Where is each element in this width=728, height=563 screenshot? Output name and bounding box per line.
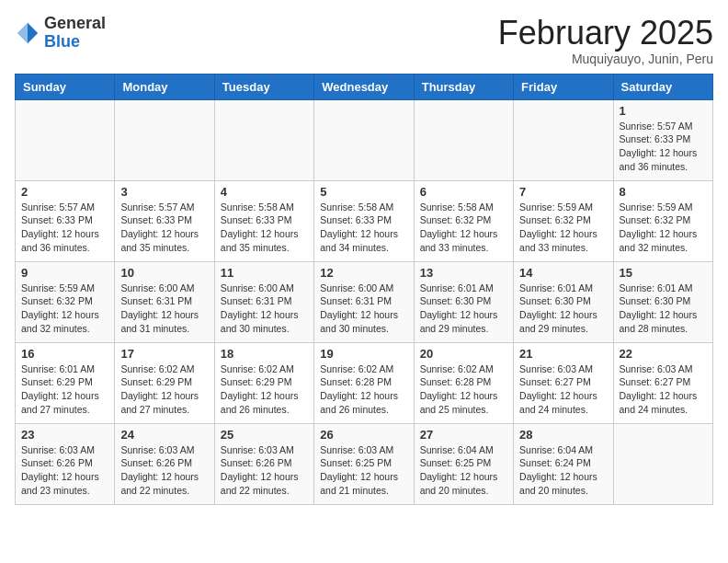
day-number: 7	[519, 185, 607, 199]
day-info: Sunrise: 5:58 AMSunset: 6:33 PMDaylight:…	[320, 201, 407, 255]
weekday-header-thursday: Thursday	[414, 74, 513, 99]
day-info: Sunrise: 6:02 AMSunset: 6:28 PMDaylight:…	[320, 362, 407, 417]
title-block: February 2025 Muquiyauyo, Junin, Peru	[498, 15, 713, 66]
day-info: Sunrise: 6:00 AMSunset: 6:31 PMDaylight:…	[120, 282, 208, 336]
week-row-2: 2Sunrise: 5:57 AMSunset: 6:33 PMDaylight…	[16, 180, 713, 261]
weekday-header-tuesday: Tuesday	[214, 74, 313, 99]
day-number: 21	[519, 347, 607, 361]
day-number: 5	[320, 185, 407, 199]
day-info: Sunrise: 6:03 AMSunset: 6:25 PMDaylight:…	[320, 443, 407, 498]
logo-icon	[15, 20, 40, 46]
day-info: Sunrise: 6:03 AMSunset: 6:26 PMDaylight:…	[120, 443, 208, 498]
logo: General Blue	[15, 15, 106, 52]
logo-blue-text: Blue	[44, 32, 80, 51]
day-number: 27	[420, 428, 507, 442]
calendar-cell: 5Sunrise: 5:58 AMSunset: 6:33 PMDaylight…	[314, 180, 414, 261]
day-number: 24	[120, 428, 208, 442]
svg-marker-1	[17, 23, 28, 43]
calendar-cell: 25Sunrise: 6:03 AMSunset: 6:26 PMDayligh…	[214, 423, 313, 504]
calendar-cell: 21Sunrise: 6:03 AMSunset: 6:27 PMDayligh…	[514, 342, 613, 423]
calendar-cell: 7Sunrise: 5:59 AMSunset: 6:32 PMDaylight…	[514, 180, 613, 261]
day-info: Sunrise: 6:03 AMSunset: 6:27 PMDaylight:…	[519, 362, 607, 417]
week-row-4: 16Sunrise: 6:01 AMSunset: 6:29 PMDayligh…	[16, 342, 713, 423]
day-info: Sunrise: 6:02 AMSunset: 6:28 PMDaylight:…	[420, 362, 507, 417]
calendar-cell: 26Sunrise: 6:03 AMSunset: 6:25 PMDayligh…	[314, 423, 414, 504]
day-number: 4	[221, 185, 308, 199]
day-number: 25	[221, 428, 308, 442]
calendar-cell: 3Sunrise: 5:57 AMSunset: 6:33 PMDaylight…	[115, 180, 214, 261]
day-number: 11	[221, 266, 308, 280]
day-number: 16	[21, 347, 108, 361]
logo-general-text: General	[44, 14, 106, 32]
day-info: Sunrise: 6:03 AMSunset: 6:27 PMDaylight:…	[620, 362, 707, 417]
day-info: Sunrise: 6:00 AMSunset: 6:31 PMDaylight:…	[320, 282, 407, 336]
calendar-cell: 24Sunrise: 6:03 AMSunset: 6:26 PMDayligh…	[115, 423, 214, 504]
day-info: Sunrise: 6:03 AMSunset: 6:26 PMDaylight:…	[221, 443, 308, 498]
calendar-cell: 4Sunrise: 5:58 AMSunset: 6:33 PMDaylight…	[214, 180, 313, 261]
calendar-cell: 28Sunrise: 6:04 AMSunset: 6:24 PMDayligh…	[514, 423, 613, 504]
calendar-cell: 27Sunrise: 6:04 AMSunset: 6:25 PMDayligh…	[414, 423, 513, 504]
day-number: 23	[21, 428, 108, 442]
day-number: 9	[21, 266, 108, 280]
weekday-header-saturday: Saturday	[613, 74, 712, 99]
day-info: Sunrise: 5:59 AMSunset: 6:32 PMDaylight:…	[21, 282, 108, 336]
day-number: 6	[420, 185, 507, 199]
day-number: 22	[620, 347, 707, 361]
week-row-1: 1Sunrise: 5:57 AMSunset: 6:33 PMDaylight…	[16, 99, 713, 180]
location-subtitle: Muquiyauyo, Junin, Peru	[498, 52, 713, 66]
calendar-cell: 12Sunrise: 6:00 AMSunset: 6:31 PMDayligh…	[314, 261, 414, 342]
calendar-cell: 8Sunrise: 5:59 AMSunset: 6:32 PMDaylight…	[613, 180, 712, 261]
day-number: 3	[120, 185, 208, 199]
calendar-table: SundayMondayTuesdayWednesdayThursdayFrid…	[15, 74, 713, 505]
page-header: General Blue February 2025 Muquiyauyo, J…	[15, 15, 713, 66]
day-info: Sunrise: 5:57 AMSunset: 6:33 PMDaylight:…	[620, 120, 707, 174]
day-number: 14	[519, 266, 607, 280]
calendar-cell: 13Sunrise: 6:01 AMSunset: 6:30 PMDayligh…	[414, 261, 513, 342]
day-info: Sunrise: 6:01 AMSunset: 6:30 PMDaylight:…	[519, 282, 607, 336]
day-info: Sunrise: 5:59 AMSunset: 6:32 PMDaylight:…	[519, 201, 607, 255]
day-info: Sunrise: 6:04 AMSunset: 6:24 PMDaylight:…	[519, 443, 607, 498]
calendar-cell: 2Sunrise: 5:57 AMSunset: 6:33 PMDaylight…	[16, 180, 115, 261]
weekday-header-sunday: Sunday	[16, 74, 115, 99]
svg-marker-0	[28, 23, 38, 43]
calendar-cell	[613, 423, 712, 504]
day-number: 10	[120, 266, 208, 280]
weekday-header-row: SundayMondayTuesdayWednesdayThursdayFrid…	[16, 74, 713, 99]
day-number: 17	[120, 347, 208, 361]
weekday-header-wednesday: Wednesday	[314, 74, 414, 99]
day-number: 20	[420, 347, 507, 361]
day-number: 8	[620, 185, 707, 199]
calendar-cell	[214, 99, 313, 180]
day-number: 26	[320, 428, 407, 442]
day-number: 28	[519, 428, 607, 442]
calendar-cell: 10Sunrise: 6:00 AMSunset: 6:31 PMDayligh…	[115, 261, 214, 342]
day-info: Sunrise: 6:01 AMSunset: 6:30 PMDaylight:…	[420, 282, 507, 336]
day-info: Sunrise: 6:02 AMSunset: 6:29 PMDaylight:…	[221, 362, 308, 417]
calendar-cell: 16Sunrise: 6:01 AMSunset: 6:29 PMDayligh…	[16, 342, 115, 423]
calendar-cell	[16, 99, 115, 180]
day-info: Sunrise: 6:03 AMSunset: 6:26 PMDaylight:…	[21, 443, 108, 498]
calendar-cell: 23Sunrise: 6:03 AMSunset: 6:26 PMDayligh…	[16, 423, 115, 504]
calendar-cell	[514, 99, 613, 180]
calendar-cell: 18Sunrise: 6:02 AMSunset: 6:29 PMDayligh…	[214, 342, 313, 423]
day-info: Sunrise: 5:57 AMSunset: 6:33 PMDaylight:…	[21, 201, 108, 255]
calendar-cell: 14Sunrise: 6:01 AMSunset: 6:30 PMDayligh…	[514, 261, 613, 342]
day-number: 15	[620, 266, 707, 280]
calendar-cell	[314, 99, 414, 180]
weekday-header-monday: Monday	[115, 74, 214, 99]
day-info: Sunrise: 5:58 AMSunset: 6:33 PMDaylight:…	[221, 201, 308, 255]
day-number: 18	[221, 347, 308, 361]
calendar-cell: 11Sunrise: 6:00 AMSunset: 6:31 PMDayligh…	[214, 261, 313, 342]
calendar-cell	[414, 99, 513, 180]
day-info: Sunrise: 6:01 AMSunset: 6:29 PMDaylight:…	[21, 362, 108, 417]
calendar-cell: 15Sunrise: 6:01 AMSunset: 6:30 PMDayligh…	[613, 261, 712, 342]
day-info: Sunrise: 6:00 AMSunset: 6:31 PMDaylight:…	[221, 282, 308, 336]
calendar-cell: 20Sunrise: 6:02 AMSunset: 6:28 PMDayligh…	[414, 342, 513, 423]
day-number: 2	[21, 185, 108, 199]
day-number: 1	[620, 104, 707, 118]
calendar-cell	[115, 99, 214, 180]
week-row-3: 9Sunrise: 5:59 AMSunset: 6:32 PMDaylight…	[16, 261, 713, 342]
month-year-title: February 2025	[498, 15, 713, 52]
weekday-header-friday: Friday	[514, 74, 613, 99]
calendar-cell: 6Sunrise: 5:58 AMSunset: 6:32 PMDaylight…	[414, 180, 513, 261]
